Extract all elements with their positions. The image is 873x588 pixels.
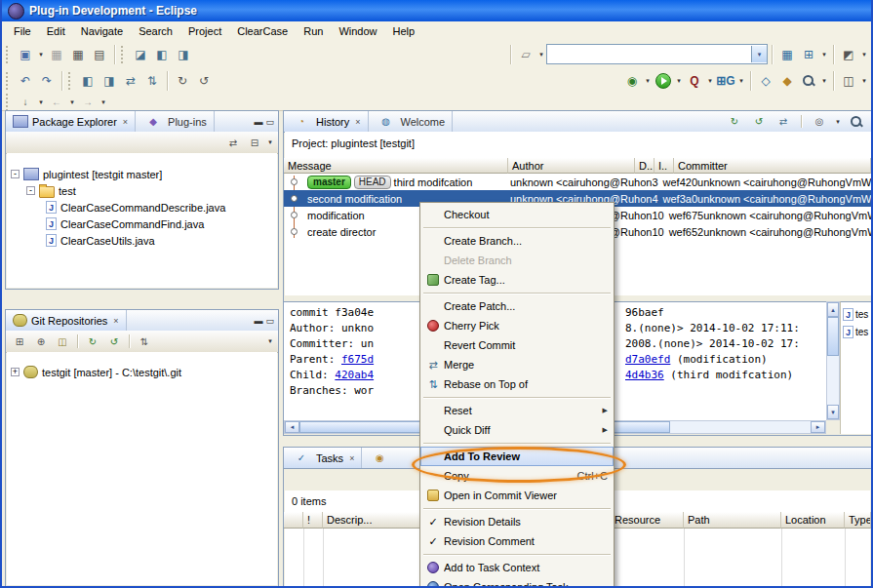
column-header-message[interactable]: Message — [284, 158, 508, 174]
tab-hidden-partial[interactable]: ◉ — [362, 448, 427, 468]
scroll-left-icon[interactable]: ◂ — [285, 421, 299, 433]
junit-dropdown-icon[interactable]: ▾ — [736, 70, 746, 91]
menu-window[interactable]: Window — [331, 23, 384, 39]
scroll-up-icon[interactable]: ▴ — [827, 302, 839, 317]
tab-history[interactable]: ◔ History × — [284, 111, 369, 132]
expand-node-icon[interactable]: + — [11, 368, 20, 376]
history-dropdown-icon[interactable]: ▾ — [833, 111, 843, 132]
save-all-icon[interactable]: ▦ — [67, 44, 89, 64]
junit-icon[interactable]: ⊞G — [715, 70, 736, 91]
search-dropdown-icon[interactable]: ▾ — [819, 70, 829, 91]
search-icon[interactable] — [798, 70, 819, 91]
column-header-author[interactable]: Author — [508, 158, 635, 174]
menu-item-add-to-task-context[interactable]: Add to Task Context — [420, 558, 614, 577]
save-icon[interactable]: ▦ — [46, 44, 67, 64]
last-edit-location-icon[interactable]: ↓ — [15, 96, 36, 109]
compare-mode-icon[interactable]: ⇄ — [773, 115, 794, 129]
view-menu-icon[interactable]: ▾ — [265, 332, 275, 352]
forward-icon[interactable]: → — [77, 96, 99, 109]
menu-file[interactable]: File — [6, 23, 39, 39]
tree-item-file[interactable]: J ClearCaseUtils.java — [7, 232, 277, 249]
new-package-icon[interactable]: ◆ — [776, 70, 798, 91]
history-row[interactable]: master HEAD third modifcation unknown <c… — [284, 174, 871, 190]
new-class-icon[interactable]: ◇ — [755, 70, 776, 91]
coverage-dropdown-icon[interactable]: ▾ — [705, 70, 715, 91]
last-edit-dropdown-icon[interactable]: ▾ — [36, 92, 46, 112]
table-view-icon[interactable]: ▦ — [776, 44, 798, 64]
fetch-icon[interactable]: ↺ — [103, 334, 125, 348]
tab-git-repositories[interactable]: Git Repositories × — [6, 310, 127, 331]
history-nav-icon[interactable]: ↻ — [172, 70, 193, 91]
menu-item-create-branch[interactable]: Create Branch... — [420, 231, 614, 251]
coverage-icon[interactable]: Q — [684, 70, 705, 91]
scrollbar-thumb[interactable] — [827, 317, 839, 356]
collapse-node-icon[interactable]: - — [26, 186, 35, 195]
child-commit-link[interactable]: 4d4b36 — [625, 369, 664, 381]
external-tools-icon[interactable]: ◫ — [838, 70, 859, 91]
commit-details-vscrollbar[interactable]: ▴ ▾ — [826, 301, 840, 420]
tree-item-file[interactable]: J ClearCaseCommandDescribe.java — [7, 199, 277, 216]
toolbar-grip[interactable] — [121, 46, 126, 63]
menu-help[interactable]: Help — [385, 23, 423, 39]
toolbar-grip[interactable] — [6, 94, 11, 111]
toolbar-grip[interactable] — [68, 72, 73, 90]
close-tab-icon[interactable]: × — [113, 316, 118, 326]
hierarchy-layout-icon[interactable]: ⇅ — [134, 334, 155, 348]
tree-item-folder-test[interactable]: - test — [7, 182, 277, 199]
toolbar-grip[interactable] — [6, 72, 11, 90]
title-bar[interactable]: Plug-in Development - Eclipse — [2, 0, 871, 21]
back-icon[interactable]: ← — [46, 96, 67, 109]
refresh-repositories-icon[interactable]: ↻ — [82, 334, 103, 348]
open-perspective-icon[interactable]: ◩ — [838, 44, 859, 64]
changed-file-item[interactable]: J tes — [841, 323, 872, 340]
compare-right-icon[interactable]: ◨ — [99, 70, 120, 91]
column-header-blank[interactable] — [284, 512, 303, 529]
run-icon[interactable] — [653, 70, 674, 91]
column-header-id[interactable]: I.. — [655, 158, 674, 174]
child-commit-link[interactable]: 420ab4 — [335, 369, 374, 381]
column-header-priority[interactable]: ! — [303, 512, 323, 529]
annotation-nav-icon[interactable]: ▱ — [515, 44, 536, 64]
new-wizard-dropdown-icon[interactable]: ▾ — [36, 44, 46, 64]
menu-item-revert-commit[interactable]: Revert Commit — [420, 335, 614, 355]
print-icon[interactable]: ▤ — [89, 44, 110, 64]
clearcase-checkout-icon[interactable]: ◧ — [151, 44, 173, 64]
perspective-dropdown-icon[interactable]: ▾ — [859, 44, 869, 64]
close-tab-icon[interactable]: × — [349, 453, 354, 463]
view-dropdown-icon[interactable]: ▾ — [819, 44, 829, 64]
refresh-history-icon[interactable]: ↻ — [724, 115, 745, 129]
run-dropdown-icon[interactable]: ▾ — [674, 70, 684, 91]
column-header-resource[interactable]: Resource — [611, 512, 684, 529]
clearcase-checkin-icon[interactable]: ◨ — [173, 44, 194, 64]
parent-commit-link[interactable]: f675d — [341, 353, 374, 366]
parent-commit-link[interactable]: d7a0efd — [625, 353, 670, 366]
collapse-all-icon[interactable]: ⊟ — [244, 136, 265, 149]
menu-project[interactable]: Project — [180, 23, 229, 39]
refresh-icon[interactable]: ↺ — [193, 70, 215, 91]
forward-dropdown-icon[interactable]: ▾ — [99, 92, 108, 112]
tree-item-project[interactable]: - plugintest [testgit master] — [7, 166, 277, 182]
menu-item-merge[interactable]: ⇄ Merge — [420, 355, 614, 374]
compare-left-icon[interactable]: ◧ — [77, 70, 99, 91]
menu-item-reset[interactable]: Reset ▶ — [420, 401, 614, 420]
scroll-down-icon[interactable]: ▾ — [827, 405, 839, 419]
menu-search[interactable]: Search — [131, 23, 180, 39]
menu-item-open-in-commit-viewer[interactable]: Open in Commit Viewer — [420, 486, 614, 505]
new-wizard-icon[interactable]: ▣ — [15, 44, 36, 64]
update-icon[interactable]: ⇅ — [141, 70, 163, 91]
maximize-icon[interactable]: ▭ — [265, 117, 274, 127]
sync-icon[interactable]: ⇄ — [120, 70, 141, 91]
menu-item-copy[interactable]: Copy Ctrl+C — [420, 466, 614, 486]
tab-plugins[interactable]: ◆ Plug-ins — [136, 111, 215, 132]
menu-item-add-to-review[interactable]: Add To Review — [420, 447, 614, 466]
menu-clearcase[interactable]: ClearCase — [229, 23, 296, 39]
menu-item-revision-comment[interactable]: ✓ Revision Comment — [420, 531, 614, 551]
tree-item-file[interactable]: J ClearCaseCommandFind.java — [7, 216, 277, 232]
find-icon[interactable] — [846, 115, 867, 129]
hierarchy-view-icon[interactable]: ⊞ — [798, 44, 819, 64]
add-repository-icon[interactable]: ⊞ — [9, 334, 30, 348]
annotation-dropdown-icon[interactable]: ▾ — [536, 44, 546, 64]
pin-view-icon[interactable]: ◎ — [809, 115, 830, 129]
tab-tasks[interactable]: ✓ Tasks × — [284, 448, 362, 468]
column-header-committer[interactable]: Committer — [674, 158, 871, 174]
